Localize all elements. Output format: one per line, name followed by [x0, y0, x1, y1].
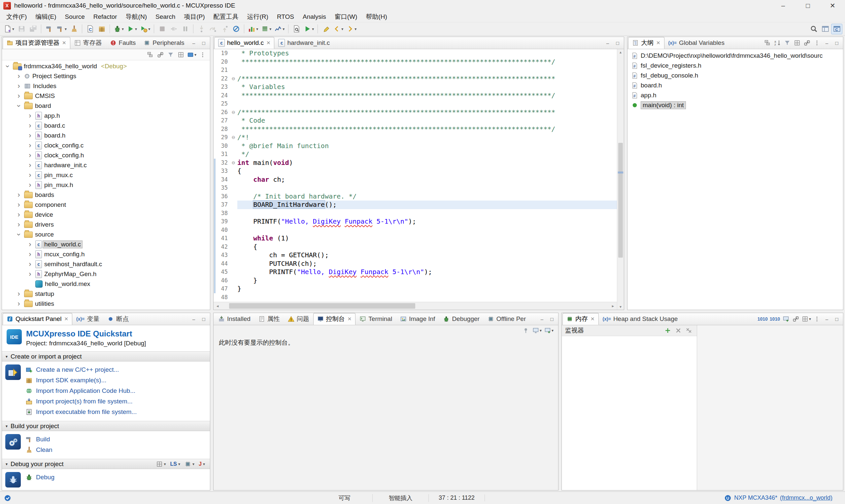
maximize-view-button[interactable]: □ — [547, 315, 557, 323]
code-line-28[interactable]: 28 *************************************… — [214, 125, 617, 133]
maximize-view-button[interactable]: □ — [199, 39, 208, 47]
scroll-down-icon[interactable]: ▾ — [619, 304, 621, 309]
tree-item-clock-config-h[interactable]: ›hclock_config.h — [2, 150, 210, 160]
minimize-view-button[interactable]: – — [822, 39, 831, 47]
import-sdk-button[interactable] — [96, 24, 107, 34]
explorer-tab-peripherals[interactable]: Peripherals — [140, 37, 188, 49]
outline-item-fsl-debug-console-h[interactable]: #fsl_debug_console.h — [628, 71, 843, 80]
dropdown-arrow-icon[interactable]: ▾ — [12, 27, 14, 31]
code-line-45[interactable]: 45 PRINTF("Hello, DigiKey Funpack 5-1\r\… — [214, 268, 617, 276]
maximize-view-button[interactable]: □ — [832, 39, 841, 47]
expand-arrow-icon[interactable]: › — [16, 202, 22, 208]
close-icon[interactable]: ✕ — [62, 40, 66, 46]
dropdown-arrow-icon[interactable]: ▾ — [148, 27, 150, 31]
linkserver-debug-button[interactable]: LS▾ — [169, 461, 181, 468]
dropdown-arrow-icon[interactable]: ▾ — [312, 27, 314, 31]
expand-arrow-icon[interactable]: › — [27, 172, 33, 178]
expand-arrow-icon[interactable]: › — [27, 162, 33, 168]
code-line-39[interactable]: 39 PRINTF("Hello, DigiKey Funpack 5-1\r\… — [214, 217, 617, 226]
close-icon[interactable]: ✕ — [656, 40, 661, 46]
menu-n[interactable]: 导航(N) — [122, 11, 151, 22]
dropdown-arrow-icon[interactable]: ▾ — [283, 27, 284, 31]
quickstart-action-import-project-s-from-file-system[interactable]: Import project(s) from file system... — [25, 396, 137, 407]
hide-fields-button[interactable] — [782, 39, 792, 47]
expand-arrow-icon[interactable]: › — [27, 152, 33, 158]
menu-w[interactable]: 窗口(W) — [330, 11, 362, 22]
code-line-35[interactable]: 35 — [214, 184, 617, 192]
link-with-editor-button[interactable] — [803, 39, 812, 47]
code-line-47[interactable]: 47} — [214, 285, 617, 293]
terminate-button[interactable] — [156, 24, 168, 34]
view-menu-button[interactable] — [812, 315, 822, 323]
section-header-build-your-project[interactable]: ▾Build your project — [2, 421, 210, 431]
dropdown-arrow-icon[interactable]: ▾ — [135, 27, 137, 31]
jlink-debug-button[interactable]: J▾ — [197, 461, 206, 468]
tree-item-component[interactable]: ›component — [2, 200, 210, 210]
tree-item-pin-mux-h[interactable]: ›hpin_mux.h — [2, 180, 210, 190]
outline-item-main-void-int[interactable]: main(void) : int — [628, 100, 843, 110]
horizontal-scroll-track[interactable] — [222, 302, 609, 310]
tree-item-drivers[interactable]: ›drivers — [2, 220, 210, 230]
last-edit-location-button[interactable] — [320, 24, 331, 34]
project-link[interactable]: (frdmmcx...o_world) — [780, 494, 832, 501]
step-over-button[interactable] — [207, 24, 218, 34]
expand-arrow-icon[interactable]: › — [16, 83, 22, 89]
dropdown-arrow-icon[interactable]: ▾ — [354, 27, 356, 31]
quickstart-action-import-sdk-example-s[interactable]: Import SDK example(s)... — [25, 375, 137, 385]
section-header-create-or-import-a-project[interactable]: ▾Create or import a project — [2, 351, 210, 361]
link-with-editor-button[interactable] — [156, 51, 165, 59]
dropdown-arrow-icon[interactable]: ▾ — [269, 27, 271, 31]
minimize-window-button[interactable]: – — [771, 0, 795, 11]
section-header-debug-your-project[interactable]: ▾Debug your project▾LS▾▾J▾ — [2, 459, 210, 469]
editor-tab-hardware-init-c[interactable]: chardware_init.c — [274, 37, 334, 49]
quickstart-action-create-a-new-c-c-project[interactable]: Create a new C/C++ project... — [25, 364, 137, 375]
editor-tab-hello-world-c[interactable]: chello_world.c✕ — [214, 37, 274, 49]
menu-search[interactable]: Search — [151, 12, 179, 22]
minimize-view-button[interactable]: – — [822, 315, 831, 323]
sort-button[interactable]: az — [773, 39, 782, 47]
quickstart-action-import-from-application-code-hub[interactable]: Import from Application Code Hub... — [25, 385, 137, 396]
maximize-view-button[interactable]: □ — [832, 315, 841, 323]
memory-tab-heap-and-stack-usage[interactable]: (x)=Heap and Stack Usage — [599, 313, 682, 325]
code-line-46[interactable]: 46 } — [214, 276, 617, 285]
tree-item-app-h[interactable]: ›happ.h — [2, 111, 210, 121]
expand-arrow-icon[interactable]: › — [27, 241, 33, 247]
layout-button[interactable]: ▾ — [801, 315, 812, 323]
code-line-30[interactable]: 30 * @brief Main function — [214, 142, 617, 150]
tree-item-utilities[interactable]: ›utilities — [2, 299, 210, 309]
code-line-23[interactable]: 23 * Variables — [214, 83, 617, 91]
tree-item-startup[interactable]: ›startup — [2, 289, 210, 299]
open-element-button[interactable] — [291, 24, 302, 34]
code-line-38[interactable]: 38 — [214, 209, 617, 218]
cpp-perspective-button[interactable]: C — [831, 24, 842, 34]
clean-button[interactable] — [68, 24, 80, 34]
console-tab-offline-per[interactable]: Offline Per — [483, 313, 530, 325]
expand-arrow-icon[interactable]: › — [16, 291, 22, 297]
code-line-20[interactable]: 20 *************************************… — [214, 58, 617, 66]
console-tab-item-3[interactable]: 控制台✕ — [313, 313, 356, 325]
probe-discovery-button[interactable]: ▾ — [155, 460, 168, 468]
code-line-29[interactable]: 29⊖/*! — [214, 133, 617, 142]
code-line-41[interactable]: 41 while (1) — [214, 234, 617, 243]
console-tab-item-2[interactable]: 问题 — [284, 313, 313, 325]
code-line-25[interactable]: 25 — [214, 100, 617, 108]
collapse-all-button[interactable] — [145, 51, 155, 59]
memory-analysis-button[interactable]: ▾ — [260, 24, 272, 34]
pemicro-debug-button[interactable]: ▾ — [183, 460, 196, 468]
code-line-22[interactable]: 22⊖/************************************… — [214, 74, 617, 83]
debug-button[interactable]: ▾ — [112, 24, 125, 34]
scroll-left-icon[interactable]: ◂ — [214, 304, 222, 308]
maximize-view-button[interactable]: □ — [199, 315, 208, 323]
console-tab-terminal[interactable]: Terminal — [355, 313, 396, 325]
expand-arrow-icon[interactable]: › — [16, 73, 22, 79]
expand-arrow-icon[interactable]: › — [27, 271, 33, 277]
console-tab-item-1[interactable]: 属性 — [254, 313, 284, 325]
menu-source[interactable]: Source — [61, 12, 89, 22]
tree-item-mcux-config-h[interactable]: ›hmcux_config.h — [2, 249, 210, 259]
menu-rtos[interactable]: RTOS — [272, 12, 298, 22]
expand-arrow-icon[interactable]: › — [27, 143, 33, 148]
expand-arrow-icon[interactable]: › — [27, 132, 33, 139]
tree-item-source[interactable]: ›source — [2, 230, 210, 239]
expand-arrow-icon[interactable]: › — [16, 222, 22, 228]
external-tools-button[interactable]: ▾ — [302, 24, 315, 34]
